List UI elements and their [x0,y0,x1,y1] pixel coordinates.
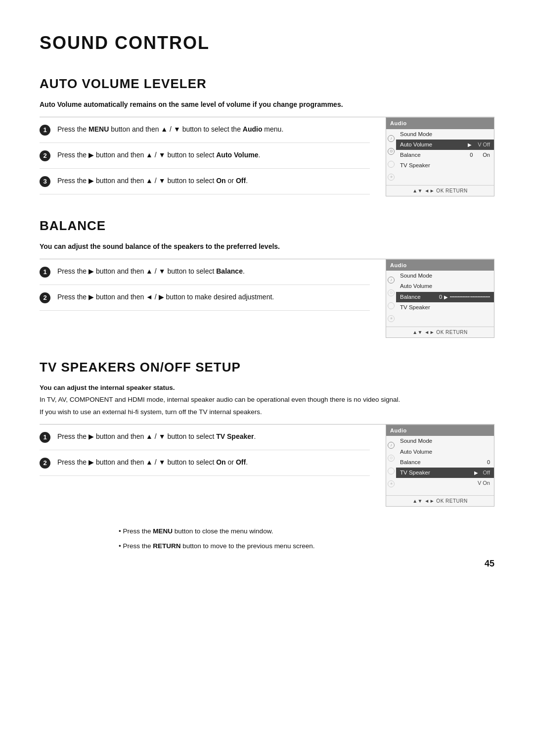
step-number: 1 [40,267,50,278]
step-number: 1 [40,432,50,443]
screen-menu-row: Sound Mode [396,129,494,140]
step-text: Press the ▶ button and then ▲ / ▼ button… [57,457,248,468]
step-row: 2 Press the ▶ button and then ◄ / ▶ butt… [40,285,370,311]
screen-menu-row: Sound Mode [396,436,494,446]
screen-menu-row-highlighted: Balance 0 ▶ [396,292,494,302]
screen-footer: ▲▼ ◄► OK RETURN [386,495,494,506]
screen-icon: ♪ [388,442,395,449]
step-text: Press the MENU button and then ▲ / ▼ but… [57,124,283,135]
screen-icon: ♪ [388,277,395,284]
step-text: Press the ▶ button and then ▲ / ▼ button… [57,266,245,277]
step-number: 3 [40,176,50,187]
screen-icon: ★ [388,174,395,181]
screen-menu-row: TV Speaker [396,160,494,171]
step-text: Press the ▶ button and then ◄ / ▶ button… [57,292,274,302]
footer-note-item: Press the MENU button to close the menu … [119,526,494,536]
page-title: Sound Control [40,30,494,56]
footer-note-item: Press the RETURN button to move to the p… [119,541,494,551]
footer-notes: Press the MENU button to close the menu … [40,526,494,552]
step-row: 1 Press the ▶ button and then ▲ / ▼ butt… [40,425,370,450]
page-number: 45 [40,557,494,570]
screen-icon [388,161,395,168]
screen-header: Audio [386,260,494,271]
step-number: 2 [40,458,50,469]
screen-menu-row: Balance 0 On [396,150,494,160]
section-tv-speakers: TV Speakers On/Off Setup You can adjust … [40,358,494,507]
screen-footer: ▲▼ ◄► OK RETURN [386,185,494,196]
screen-icon: ⊙ [388,148,395,155]
screen-auto-volume: Audio ♪ ⊙ ★ Sound Mode A [386,117,494,196]
step-text: Press the ▶ button and then ▲ / ▼ button… [57,431,256,442]
screen-icon [388,468,395,474]
step-number: 2 [40,292,50,303]
screen-header: Audio [386,425,494,436]
screen-footer: ▲▼ ◄► OK RETURN [386,327,494,337]
screen-menu-row-highlighted: Auto Volume ▶ V Off [396,140,494,150]
section-balance: Balance You can adjust the sound balance… [40,216,494,338]
step-number: 1 [40,125,50,136]
screen-tv-speakers: Audio ♪ ⊙ ★ Sound Mode A [386,425,494,507]
screen-icon: ⊙ [388,289,395,296]
section-auto-volume: Auto Volume Leveler Auto Volume automati… [40,74,494,196]
steps-auto-volume: 1 Press the MENU button and then ▲ / ▼ b… [40,117,370,194]
screen-menu-row: Balance 0 [396,457,494,468]
screen-menu-row: TV Speaker [396,302,494,313]
screen-balance: Audio ♪ ⊙ ★ Sound Mode A [386,259,494,338]
section-desc3-tv-speakers: If you wish to use an external hi-fi sys… [40,407,494,417]
section-title-balance: Balance [40,216,494,236]
steps-balance: 1 Press the ▶ button and then ▲ / ▼ butt… [40,259,370,311]
step-row: 3 Press the ▶ button and then ▲ / ▼ butt… [40,169,370,194]
screen-menu-row: Auto Volume [396,281,494,291]
screen-menu-row: Auto Volume [396,447,494,457]
screen-icon: ★ [388,315,395,322]
section-desc2-tv-speakers: In TV, AV, COMPONENT and HDMI mode, inte… [40,395,494,405]
section-desc-auto-volume: Auto Volume automatically remains on the… [40,99,494,110]
screen-menu-row: Sound Mode [396,271,494,281]
step-row: 2 Press the ▶ button and then ▲ / ▼ butt… [40,450,370,476]
step-row: 1 Press the ▶ button and then ▲ / ▼ butt… [40,259,370,285]
step-number: 2 [40,150,50,161]
screen-header: Audio [386,118,494,129]
screen-icon: ⊙ [388,455,395,462]
screen-icon: ♪ [388,135,395,142]
screen-icon: ★ [388,480,395,487]
step-row: 1 Press the MENU button and then ▲ / ▼ b… [40,117,370,143]
step-row: 2 Press the ▶ button and then ▲ / ▼ butt… [40,143,370,169]
step-text: Press the ▶ button and then ▲ / ▼ button… [57,150,260,160]
screen-menu-row: V On [396,478,494,488]
screen-icon [388,302,395,309]
section-desc-balance: You can adjust the sound balance of the … [40,241,494,252]
steps-tv-speakers: 1 Press the ▶ button and then ▲ / ▼ butt… [40,425,370,476]
step-text: Press the ▶ button and then ▲ / ▼ button… [57,176,248,186]
section-title-auto-volume: Auto Volume Leveler [40,74,494,94]
screen-menu-row-highlighted: TV Speaker ▶ Off [396,468,494,478]
section-title-tv-speakers: TV Speakers On/Off Setup [40,358,494,377]
section-desc1-tv-speakers: You can adjust the internal speaker stat… [40,383,494,393]
